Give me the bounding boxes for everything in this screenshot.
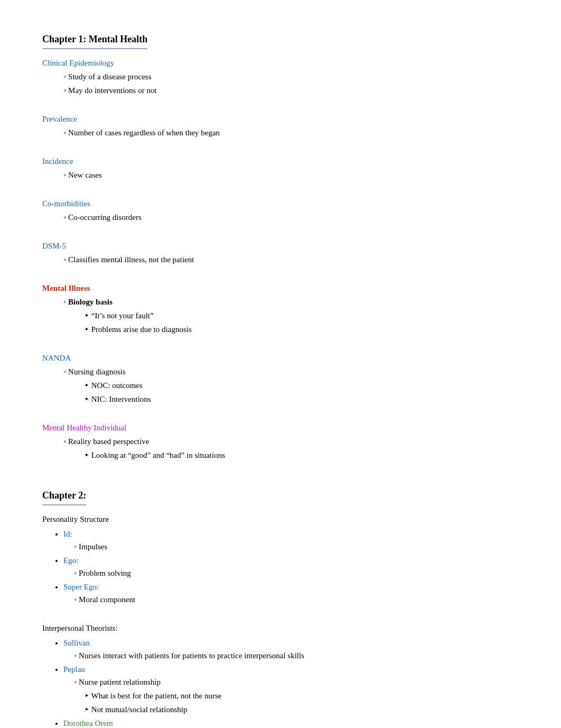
nanda-child-1: NOC: outcomes	[85, 379, 519, 392]
mental-illness-header: Mental Illness	[42, 282, 519, 294]
clinical-epidemiology-label: Clinical Epidemiology	[42, 59, 114, 67]
peplau-label: Peplau	[63, 665, 85, 674]
prevalence-header: Prevalence	[42, 113, 519, 125]
ego-subitem: Problem solving	[74, 567, 519, 579]
list-item-peplau: Peplau Nurse patient relationship What i…	[63, 663, 519, 716]
mental-healthy-child-1: Looking at “good” and “bad” in situation…	[85, 449, 519, 462]
section-nanda: NANDA Nursing diagnosis NOC: outcomes NI…	[42, 352, 519, 406]
super-ego-subitem: Moral component	[74, 593, 519, 606]
section-incidence: Incidence New cases	[42, 155, 519, 181]
interpersonal-list: Sullivan Nurses interact with patients f…	[63, 637, 519, 728]
list-item-ego: Ego: Problem solving	[63, 554, 519, 579]
section-mental-illness: Mental Illness Biology basis “It’s not y…	[42, 282, 519, 336]
peplau-subitem: Nurse patient relationship	[74, 676, 519, 688]
dorothea-label: Dorothea Orem	[63, 719, 113, 727]
nanda-label: NANDA	[42, 354, 71, 362]
chapter-1: Chapter 1: Mental Health Clinical Epidem…	[42, 32, 519, 462]
chapter-2-title: Chapter 2:	[42, 488, 86, 505]
nanda-child-2: NIC: Interventions	[85, 393, 519, 406]
incidence-label: Incidence	[42, 157, 73, 165]
mental-healthy-label: Mental Healthy Individual	[42, 423, 126, 432]
section-comorbidities: Co-morbidities Co-occurring disorders	[42, 197, 519, 224]
sullivan-label: Sullivan	[63, 639, 90, 647]
interpersonal-header: Interpersonal Theorists:	[42, 622, 519, 634]
list-item-id: Id: Impulses	[63, 528, 519, 553]
list-item-super-ego: Super Ego: Moral component	[63, 580, 519, 606]
sullivan-subitem: Nurses interact with patients for patien…	[74, 649, 519, 662]
personality-list: Id: Impulses Ego: Problem solving Super …	[63, 528, 519, 606]
biology-basis-label: Biology basis	[68, 298, 113, 306]
nanda-header: NANDA	[42, 352, 519, 364]
comorbidities-header: Co-morbidities	[42, 197, 519, 210]
comorbidities-label: Co-morbidities	[42, 199, 90, 208]
peplau-child-1: What is best for the patient, not the nu…	[85, 689, 519, 702]
chapter-2: Chapter 2: Personality Structure Id: Imp…	[42, 488, 519, 728]
comorbidities-item-1: Co-occurring disorders	[63, 211, 519, 224]
nanda-item-1: Nursing diagnosis	[63, 365, 519, 378]
clinical-epidemiology-item-1: Study of a disease process	[63, 70, 519, 83]
id-label: Id:	[63, 530, 72, 538]
mental-healthy-item-1: Reality based perspective	[63, 435, 519, 448]
incidence-item-1: New cases	[63, 169, 519, 181]
section-dsm5: DSM-5 Classifies mental illness, not the…	[42, 239, 519, 266]
dsm5-item-1: Classifies mental illness, not the patie…	[63, 253, 519, 266]
id-subitem: Impulses	[74, 540, 519, 553]
dsm5-label: DSM-5	[42, 242, 66, 250]
prevalence-label: Prevalence	[42, 115, 77, 123]
list-item-sullivan: Sullivan Nurses interact with patients f…	[63, 637, 519, 662]
peplau-child-2: Not mutual/social relationship	[85, 703, 519, 716]
section-mental-healthy: Mental Healthy Individual Reality based …	[42, 421, 519, 462]
section-clinical-epidemiology: Clinical Epidemiology Study of a disease…	[42, 57, 519, 97]
section-prevalence: Prevalence Number of cases regardless of…	[42, 113, 519, 139]
personality-structure-header: Personality Structure	[42, 513, 519, 526]
super-ego-label: Super Ego:	[63, 583, 99, 591]
mental-illness-child-1: “It’s not your fault”	[85, 309, 519, 322]
mental-illness-label: Mental Illness	[42, 284, 90, 292]
clinical-epidemiology-header: Clinical Epidemiology	[42, 57, 519, 69]
mental-illness-subitem: Biology basis	[63, 296, 519, 308]
prevalence-item-1: Number of cases regardless of when they …	[63, 126, 519, 139]
section-interpersonal: Interpersonal Theorists: Sullivan Nurses…	[42, 622, 519, 728]
clinical-epidemiology-item-2: May do interventions or not	[63, 84, 519, 97]
dsm5-header: DSM-5	[42, 239, 519, 252]
list-item-dorothea: Dorothea Orem Self-care theorist	[63, 717, 519, 728]
chapter-1-title: Chapter 1: Mental Health	[42, 32, 147, 49]
mental-healthy-header: Mental Healthy Individual	[42, 421, 519, 434]
incidence-header: Incidence	[42, 155, 519, 168]
section-personality: Personality Structure Id: Impulses Ego: …	[42, 513, 519, 606]
ego-label: Ego:	[63, 556, 78, 565]
mental-illness-child-2: Problems arise due to diagnosis	[85, 323, 519, 336]
